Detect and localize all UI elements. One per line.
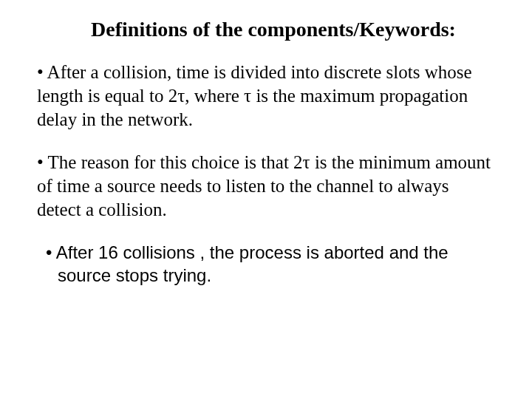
bullet-item: • After 16 collisions , the process is a… xyxy=(37,241,495,287)
slide-title: Definitions of the components/Keywords: xyxy=(37,18,495,41)
bullet-item: • The reason for this choice is that 2τ … xyxy=(37,151,495,222)
slide: Definitions of the components/Keywords: … xyxy=(0,0,532,301)
bullet-item: • After a collision, time is divided int… xyxy=(37,61,495,132)
